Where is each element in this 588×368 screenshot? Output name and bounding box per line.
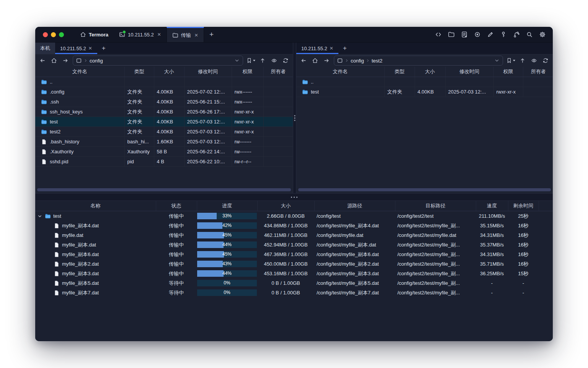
file-size: 4.00KB xyxy=(154,107,184,117)
parent-directory-button[interactable] xyxy=(518,56,527,65)
branch-icon[interactable] xyxy=(513,31,520,38)
col-speed[interactable]: 速度 xyxy=(476,201,508,211)
search-icon[interactable] xyxy=(526,31,533,38)
new-pane-tab-button[interactable]: + xyxy=(97,43,110,54)
forward-button[interactable] xyxy=(61,56,70,65)
tab-close-button[interactable]: ✕ xyxy=(330,46,333,51)
bookmark-dropdown-caret[interactable] xyxy=(513,60,515,61)
col-owner[interactable]: 所有者 xyxy=(523,67,553,77)
col-size[interactable]: 大小 xyxy=(257,201,314,211)
transfer-name: myfile_副本3.dat xyxy=(62,270,99,277)
col-name[interactable]: 名称 xyxy=(35,201,156,211)
transfer-row[interactable]: myfile_副本6.dat传输中45%467.36MB / 1.00GB/co… xyxy=(35,250,553,259)
col-progress[interactable]: 进度 xyxy=(197,201,257,211)
minimize-window-button[interactable] xyxy=(51,32,56,37)
col-perm[interactable]: 权限 xyxy=(232,67,263,77)
tab-host-right[interactable]: 10.211.55.2 ✕ xyxy=(296,43,338,54)
new-pane-tab-button[interactable]: + xyxy=(338,43,351,54)
file-row[interactable]: sshd.pidpid4 B2025-06-22 10:...rw-r--r-- xyxy=(35,157,293,167)
transfer-row[interactable]: test传输中33%2.66GB / 8.00GB/config/test/co… xyxy=(35,211,553,221)
col-remaining-time[interactable]: 剩余时间 xyxy=(508,201,539,211)
path-segment[interactable]: config xyxy=(90,58,103,64)
pane-splitter[interactable] xyxy=(293,43,296,193)
transfer-row[interactable]: myfile.dat传输中45%462.11MB / 1.00GB/config… xyxy=(35,230,553,240)
tab-close-button[interactable]: ✕ xyxy=(88,46,92,51)
col-owner[interactable]: 所有者 xyxy=(263,67,293,77)
bookmark-button[interactable] xyxy=(506,58,515,64)
right-path-field[interactable]: configtest2 xyxy=(334,56,503,66)
pencil-icon[interactable] xyxy=(487,31,494,38)
file-row[interactable]: .bash_historybash_hi...1.60KB2025-07-03 … xyxy=(35,137,293,147)
show-hidden-button[interactable] xyxy=(530,56,538,65)
path-segment[interactable]: config xyxy=(351,58,364,64)
col-type[interactable]: 类型 xyxy=(124,67,154,77)
file-type: 文件夹 xyxy=(124,117,154,127)
col-mtime[interactable]: 修改时间 xyxy=(445,67,493,77)
tab-close-button[interactable]: ✕ xyxy=(157,32,161,37)
col-size[interactable]: 大小 xyxy=(415,67,445,77)
code-icon[interactable] xyxy=(435,31,442,38)
parent-directory-button[interactable] xyxy=(258,56,267,65)
file-row[interactable]: .config文件夹4.00KB2025-07-02 12:...rwx----… xyxy=(35,87,293,97)
col-status[interactable]: 状态 xyxy=(156,201,197,211)
col-target-path[interactable]: 目标路径 xyxy=(395,201,476,211)
bookmark-dropdown-caret[interactable] xyxy=(253,60,255,61)
col-filename[interactable]: 文件名 xyxy=(35,67,124,77)
transfer-row[interactable]: myfile_副本2.dat传输中43%450.00MB / 1.00GB/co… xyxy=(35,259,553,269)
file-type xyxy=(384,77,415,87)
titlebar-tab-host[interactable]: 10.211.55.2 ✕ xyxy=(114,27,167,42)
titlebar-tab-transfer[interactable]: 传输 ✕ xyxy=(167,27,204,42)
transfer-row[interactable]: myfile_副本7.dat等待中0%0 B / 1.00GB/config/t… xyxy=(35,288,553,297)
col-source-path[interactable]: 源路径 xyxy=(314,201,395,211)
tab-close-button[interactable]: ✕ xyxy=(194,33,198,38)
refresh-button[interactable] xyxy=(281,56,290,65)
transfer-row[interactable]: myfile_副本.dat传输中44%452.94MB / 1.00GB/con… xyxy=(35,240,553,250)
file-row[interactable]: .. xyxy=(35,77,293,87)
back-button[interactable] xyxy=(299,56,308,65)
bookmark-button[interactable] xyxy=(246,58,255,64)
home-button[interactable] xyxy=(50,56,58,65)
file-row[interactable]: ssh_host_keys文件夹4.00KB2025-06-26 17:...r… xyxy=(35,107,293,117)
folder-icon[interactable] xyxy=(448,31,455,38)
file-row[interactable]: test文件夹4.00KB2025-07-03 12:...rwxr-xr-x xyxy=(35,117,293,127)
key-icon[interactable] xyxy=(500,31,507,38)
file-row[interactable]: .XauthorityXauthority58 B2025-06-22 14:.… xyxy=(35,147,293,157)
refresh-button[interactable] xyxy=(541,56,550,65)
left-path-field[interactable]: config xyxy=(73,56,243,66)
col-mtime[interactable]: 修改时间 xyxy=(184,67,232,77)
col-perm[interactable]: 权限 xyxy=(493,67,523,77)
tab-local[interactable]: 本机 xyxy=(35,43,55,54)
show-hidden-button[interactable] xyxy=(270,56,278,65)
chevron-down-icon[interactable] xyxy=(234,58,240,64)
col-size[interactable]: 大小 xyxy=(154,67,184,77)
close-window-button[interactable] xyxy=(43,32,48,37)
back-button[interactable] xyxy=(38,56,47,65)
document-icon[interactable] xyxy=(461,31,468,38)
tab-host-left[interactable]: 10.211.55.2 ✕ xyxy=(55,43,97,54)
chevron-down-icon[interactable] xyxy=(37,214,42,219)
forward-button[interactable] xyxy=(322,56,331,65)
file-row[interactable]: test文件夹4.00KB2025-07-03 12:...rwxr-xr-x xyxy=(296,87,553,97)
transfer-splitter[interactable] xyxy=(35,193,553,201)
transfer-row[interactable]: myfile_副本5.dat等待中0%0 B / 1.00GB/config/t… xyxy=(35,278,553,288)
home-button[interactable] xyxy=(311,56,319,65)
transfer-row[interactable]: myfile_副本3.dat传输中44%453.16MB / 1.00GB/co… xyxy=(35,269,553,278)
file-row[interactable]: .ssh文件夹4.00KB2025-06-21 15:...rwx------ xyxy=(35,97,293,107)
transfer-row[interactable]: myfile_副本4.dat传输中42%434.86MB / 1.00GB/co… xyxy=(35,221,553,230)
file-row[interactable]: test2文件夹4.00KB2025-07-03 12:...rwxr-xr-x xyxy=(35,127,293,137)
col-type[interactable]: 类型 xyxy=(384,67,415,77)
gear-icon[interactable] xyxy=(539,31,546,38)
path-segment[interactable]: test2 xyxy=(372,58,382,64)
right-horizontal-scrollbar[interactable] xyxy=(298,188,551,191)
file-row[interactable]: .. xyxy=(296,77,553,87)
maximize-window-button[interactable] xyxy=(59,32,64,37)
file-name: .config xyxy=(50,89,64,95)
record-icon[interactable] xyxy=(474,31,481,38)
file-table-header: 文件名 类型 大小 修改时间 权限 所有者 xyxy=(296,67,553,77)
col-filename[interactable]: 文件名 xyxy=(296,67,384,77)
chevron-down-icon[interactable] xyxy=(494,58,500,64)
app-home-tab[interactable]: Termora xyxy=(75,27,114,42)
new-titlebar-tab-button[interactable]: + xyxy=(204,27,219,42)
expand-toggle[interactable] xyxy=(37,214,42,219)
left-horizontal-scrollbar[interactable] xyxy=(37,188,291,191)
